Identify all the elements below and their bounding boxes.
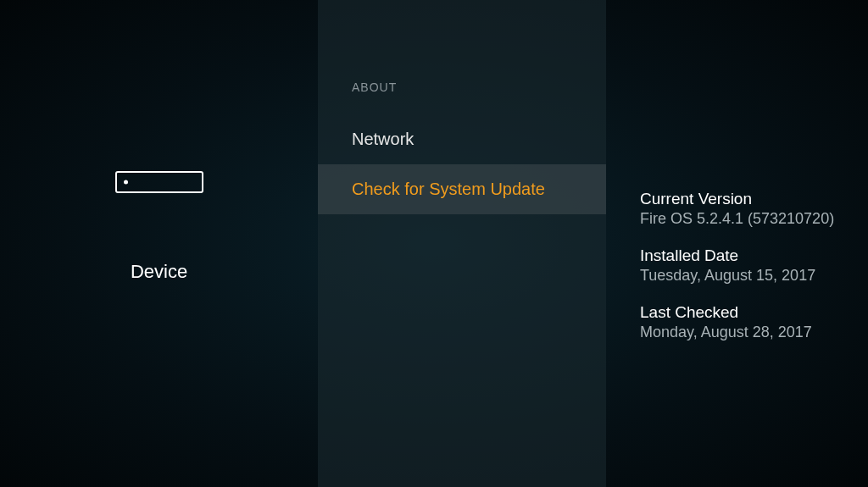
menu-item-network[interactable]: Network bbox=[318, 114, 606, 164]
info-current-version: Current Version Fire OS 5.2.4.1 (5732107… bbox=[640, 190, 851, 228]
device-icon bbox=[115, 171, 203, 193]
info-last-checked: Last Checked Monday, August 28, 2017 bbox=[640, 303, 851, 341]
menu-item-label: Network bbox=[352, 130, 414, 148]
menu-item-check-update[interactable]: Check for System Update bbox=[318, 164, 606, 214]
section-header-about: ABOUT bbox=[318, 80, 606, 94]
info-label: Installed Date bbox=[640, 246, 851, 265]
info-value: Tuesday, August 15, 2017 bbox=[640, 267, 851, 285]
details-panel: Current Version Fire OS 5.2.4.1 (5732107… bbox=[606, 0, 868, 487]
info-label: Last Checked bbox=[640, 303, 851, 322]
info-value: Monday, August 28, 2017 bbox=[640, 324, 851, 341]
info-value: Fire OS 5.2.4.1 (573210720) bbox=[640, 210, 851, 228]
about-menu-panel: ABOUT Network Check for System Update bbox=[318, 0, 606, 487]
info-label: Current Version bbox=[640, 190, 851, 208]
info-installed-date: Installed Date Tuesday, August 15, 2017 bbox=[640, 246, 851, 285]
device-label: Device bbox=[131, 261, 187, 283]
left-panel: Device bbox=[0, 0, 318, 487]
menu-item-label: Check for System Update bbox=[352, 180, 545, 198]
